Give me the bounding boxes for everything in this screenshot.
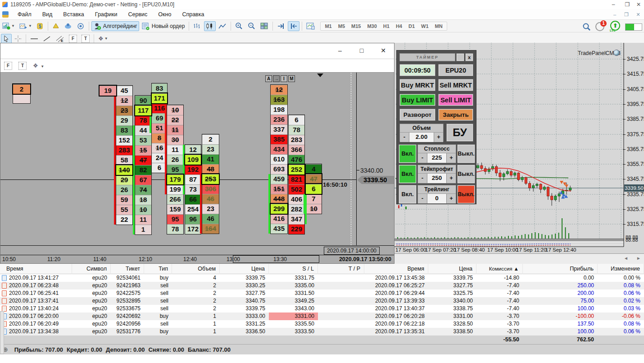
- marker-button-A[interactable]: A: [265, 75, 272, 82]
- shapes-dropdown[interactable]: ❖ ▼: [33, 62, 44, 69]
- community-button[interactable]: [62, 21, 74, 31]
- signals-button[interactable]: [75, 21, 86, 31]
- column-header-commission[interactable]: Комиссия ▲: [476, 264, 523, 274]
- minus-button[interactable]: -: [418, 153, 427, 163]
- line-chart-button[interactable]: [217, 21, 228, 31]
- marker-button-M[interactable]: M: [288, 75, 295, 82]
- disable-button[interactable]: Выкл.: [457, 185, 475, 204]
- sell-limit-button[interactable]: Sell LIMIT: [438, 94, 473, 106]
- new-order-button[interactable]: Новый ордер: [140, 21, 187, 31]
- hline-tool-button[interactable]: [28, 34, 40, 44]
- marker-button-→[interactable]: →: [273, 75, 280, 82]
- column-header-change[interactable]: Изменение: [598, 264, 644, 274]
- breakeven-button[interactable]: БУ: [446, 124, 473, 142]
- timeframe-H4[interactable]: H4: [393, 22, 405, 30]
- text-tool-button[interactable]: T: [80, 34, 91, 44]
- chart-shift-button[interactable]: [304, 21, 317, 31]
- table-row[interactable]: 2020.09.17 06:25:41epu2092422575sell2332…: [0, 289, 644, 297]
- cluster-chart-window[interactable]: – □ ✕ F T ❖ ▼ 16:50:10 3340.00 3339.50 2…: [0, 43, 395, 264]
- menu-item-1[interactable]: Файл: [12, 10, 37, 19]
- disable-button[interactable]: Выкл.: [457, 165, 475, 184]
- table-row[interactable]: 2020.09.17 13:37:41epu2092532895sell2334…: [0, 297, 644, 305]
- volume-value[interactable]: 2.00: [409, 133, 434, 142]
- column-header-price2[interactable]: Цена: [428, 264, 476, 274]
- reverse-button[interactable]: Разворот: [399, 109, 435, 121]
- timeframe-M1[interactable]: M1: [322, 22, 335, 30]
- close-position-button[interactable]: Закрыть: [438, 109, 473, 121]
- column-header-ticket[interactable]: Тикет: [111, 264, 144, 274]
- menu-item-4[interactable]: Графики: [90, 10, 123, 19]
- new-chart-button[interactable]: ▼: [0, 21, 17, 31]
- menu-item-3[interactable]: Вставка: [58, 10, 89, 19]
- cluster-maximize-button[interactable]: □: [357, 46, 366, 55]
- plus-button[interactable]: +: [447, 153, 456, 163]
- column-header-sl[interactable]: S / L: [269, 264, 318, 274]
- menu-item-5[interactable]: Сервис: [123, 10, 153, 19]
- chart-profiles-button[interactable]: ▼: [18, 21, 34, 31]
- menu-item-6[interactable]: Окно: [153, 10, 177, 19]
- column-header-tp[interactable]: T / P: [318, 264, 364, 274]
- restore-button[interactable]: ❐: [621, 0, 634, 9]
- child-restore-button[interactable]: ❐: [621, 10, 632, 18]
- favorites-button[interactable]: [50, 21, 61, 31]
- menu-item-2[interactable]: Вид: [37, 10, 58, 19]
- timeframe-M30[interactable]: M30: [364, 22, 380, 30]
- menu-item-7[interactable]: Справка: [177, 10, 209, 19]
- scroll-left-icon[interactable]: ◄: [624, 256, 628, 261]
- plus-button[interactable]: +: [447, 194, 456, 203]
- table-row[interactable]: 2020.09.17 06:20:00epu2092420692buy13333…: [0, 312, 644, 320]
- bar-chart-button[interactable]: [191, 21, 203, 31]
- symbol-button[interactable]: EPU20: [438, 64, 473, 76]
- zoom-in-button[interactable]: [233, 21, 245, 31]
- fibonacci-tool-button[interactable]: F: [67, 34, 79, 44]
- fibonacci-icon[interactable]: F: [4, 62, 12, 70]
- connection-toggle[interactable]: [625, 23, 642, 31]
- trendline-tool-button[interactable]: [41, 34, 53, 44]
- table-row[interactable]: 2020.09.17 13:40:24epu2092533675sell2333…: [0, 305, 644, 312]
- timeframe-MN[interactable]: MN: [432, 22, 446, 30]
- crosshair-tool-button[interactable]: [13, 34, 23, 44]
- close-button[interactable]: ✕: [632, 0, 644, 9]
- cursor-tool-button[interactable]: [1, 34, 12, 44]
- cluster-time-scale[interactable]: 2020.09.17 13:50:00 10:5011:2011:4012:10…: [0, 255, 394, 264]
- minimize-button[interactable]: –: [607, 0, 620, 9]
- sell-market-button[interactable]: Sell MRKT: [438, 79, 473, 91]
- child-minimize-button[interactable]: –: [609, 10, 621, 18]
- shift-end-button[interactable]: [275, 21, 287, 31]
- panel-minimize-button[interactable]: [456, 53, 464, 61]
- chart-scrollbar[interactable]: ◄ ►: [394, 253, 644, 264]
- table-row[interactable]: 2020.09.17 13:41:27epu2092534061buy43339…: [0, 274, 644, 282]
- table-row[interactable]: 2020.09.17 06:23:48epu2092421963sell2333…: [0, 282, 644, 289]
- text-icon[interactable]: T: [18, 62, 27, 70]
- candle-chart-button[interactable]: [204, 21, 216, 31]
- buy-market-button[interactable]: Buy MRKT: [399, 79, 435, 91]
- volume-minus-button[interactable]: -: [400, 133, 409, 142]
- column-header-volume[interactable]: Объем: [172, 264, 220, 274]
- timeframe-M5[interactable]: M5: [335, 22, 348, 30]
- timeframe-W1[interactable]: W1: [418, 22, 432, 30]
- column-header-time2[interactable]: Время: [364, 264, 428, 274]
- enable-button[interactable]: Вкл.: [399, 144, 417, 163]
- shapes-tool-button[interactable]: ❖▼: [96, 34, 110, 44]
- channel-tool-button[interactable]: E: [54, 34, 66, 44]
- column-header-price[interactable]: Цена: [220, 264, 269, 274]
- volume-plus-button[interactable]: +: [434, 133, 443, 142]
- panel-close-button[interactable]: x: [465, 53, 473, 61]
- timeframe-D1[interactable]: D1: [405, 22, 418, 30]
- enable-button[interactable]: Вкл.: [399, 165, 417, 184]
- column-header-time[interactable]: Время: [0, 264, 72, 274]
- plus-button[interactable]: +: [447, 174, 456, 183]
- buy-limit-button[interactable]: Buy LIMIT: [399, 94, 435, 106]
- marker-button-I[interactable]: I: [281, 75, 287, 82]
- timeframe-M15[interactable]: M15: [348, 22, 364, 30]
- tile-windows-button[interactable]: [259, 21, 270, 31]
- cluster-minimize-button[interactable]: –: [336, 46, 345, 55]
- table-row[interactable]: 2020.09.17 06:20:49epu2092420956sell1333…: [0, 320, 644, 328]
- cluster-window-titlebar[interactable]: [0, 43, 394, 59]
- table-row[interactable]: 2020.09.17 13:34:38epu2092531776buy13336…: [0, 328, 644, 335]
- scroll-right-icon[interactable]: ►: [636, 256, 641, 261]
- risk-value[interactable]: 0: [427, 194, 447, 203]
- enable-button[interactable]: Вкл.: [399, 185, 417, 204]
- zoom-out-button[interactable]: [246, 21, 258, 31]
- child-close-button[interactable]: ✕: [632, 10, 644, 18]
